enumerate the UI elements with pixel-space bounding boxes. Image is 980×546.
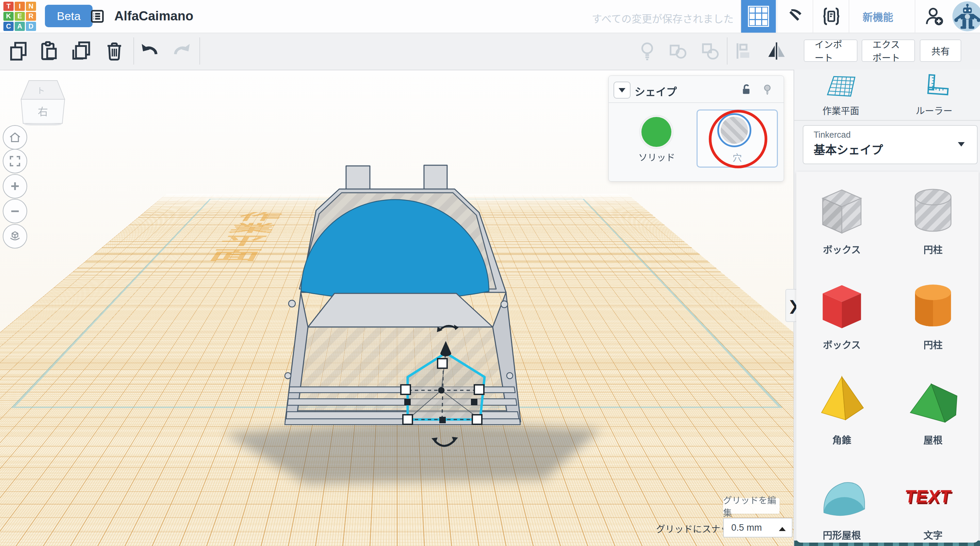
workplane-label: 作業平面 — [822, 104, 859, 117]
library-brand: Tinkercad — [814, 130, 851, 140]
snap-value: 0.5 mm — [731, 522, 762, 533]
hook-right — [501, 301, 508, 308]
car-top-box-right — [424, 165, 447, 192]
save-status: すべての変更が保存されました — [592, 11, 733, 25]
undo-button[interactable] — [139, 40, 161, 62]
mirror-button[interactable] — [765, 40, 788, 62]
shape-item-box-hole[interactable]: ボックス — [796, 172, 888, 267]
scale-handle[interactable] — [474, 385, 484, 394]
scale-handle[interactable] — [401, 385, 410, 394]
shape-library-sidebar: ❯ 作業平面 ルーラー Tinkercad 基本シェイプ — [794, 70, 980, 546]
hook-left-low — [285, 373, 291, 379]
tips-lightbulb-button[interactable] — [636, 40, 658, 62]
codeblocks-button[interactable] — [815, 0, 848, 33]
delete-button[interactable] — [103, 40, 125, 62]
invite-button[interactable] — [917, 0, 951, 33]
share-button[interactable]: 共有 — [920, 40, 961, 62]
caret-up-icon — [779, 527, 786, 531]
unlock-icon[interactable] — [739, 82, 753, 97]
redo-button[interactable] — [171, 40, 192, 62]
car-top-box-left — [346, 166, 370, 192]
sidebar-tools: 作業平面 ルーラー — [794, 70, 980, 121]
align-button[interactable] — [733, 40, 755, 62]
library-name: 基本シェイプ — [814, 141, 883, 157]
shape-panel-header: シェイプ — [609, 76, 784, 103]
solid-swatch[interactable] — [641, 117, 671, 147]
deck-top — [308, 294, 493, 327]
user-avatar[interactable] — [953, 2, 980, 31]
workplane-tool[interactable]: 作業平面 — [794, 70, 888, 120]
dashboard-grid-button[interactable] — [741, 0, 776, 33]
edge-handle[interactable] — [471, 399, 477, 405]
ruler-label: ルーラー — [916, 104, 953, 117]
view-cube-top-label: ト — [37, 86, 45, 95]
hook-right-low — [507, 373, 513, 379]
caret-down-icon — [958, 142, 965, 146]
perspective-toggle-button[interactable] — [3, 224, 27, 249]
edge-handle[interactable] — [404, 399, 411, 405]
top-bar: TIN KER CAD Beta AlfaCaimano すべての変更が保存され… — [0, 0, 980, 33]
design-menu-icon[interactable] — [90, 9, 105, 24]
shape-panel-title: シェイプ — [635, 83, 677, 98]
snap-value-select[interactable]: 0.5 mm — [723, 518, 792, 538]
edit-toolbar: インポート エクスポート 共有 — [0, 33, 980, 70]
whats-new-link[interactable]: 新機能 — [851, 0, 905, 33]
ruler-icon — [916, 73, 952, 101]
edit-grid-button[interactable]: グリッドを編集 — [723, 498, 780, 514]
text-shape-glyph: TEXT — [904, 486, 953, 506]
zoom-out-button[interactable]: − — [3, 199, 27, 223]
caret-down-icon — [619, 88, 625, 92]
document-title[interactable]: AlfaCaimano — [115, 9, 193, 24]
hook-left — [288, 300, 295, 307]
tinkercad-logo[interactable]: TIN KER CAD — [3, 2, 36, 31]
view-cube[interactable]: ト 右 — [20, 79, 66, 125]
visibility-lightbulb-icon[interactable] — [761, 82, 773, 97]
shape-gallery: ボックス 円柱 ボックス 円柱 — [796, 172, 978, 543]
edge-handle[interactable] — [439, 417, 446, 423]
fit-view-button[interactable] — [3, 149, 27, 173]
add-person-icon — [923, 5, 945, 27]
shape-item-cylinder-hole[interactable]: 円柱 — [888, 172, 978, 267]
paste-button[interactable] — [38, 40, 60, 62]
minecraft-export-button[interactable] — [779, 0, 811, 33]
solid-label: ソリッド — [633, 150, 681, 163]
scale-handle[interactable] — [438, 359, 447, 368]
view-cube-front-label: 右 — [38, 106, 48, 117]
shape-item-pyramid-yellow[interactable]: 角錐 — [796, 362, 888, 457]
grid-icon — [748, 6, 769, 27]
shape-item-roundroof-cyan[interactable]: 円形屋根 — [796, 457, 888, 543]
ungroup-button[interactable] — [699, 40, 721, 62]
robot-avatar-icon — [953, 2, 980, 31]
pickaxe-icon — [785, 6, 805, 26]
home-view-button[interactable] — [3, 125, 27, 149]
code-brackets-icon — [821, 6, 842, 27]
duplicate-button[interactable] — [70, 40, 92, 62]
scale-handle[interactable] — [403, 415, 412, 424]
collapse-panel-button[interactable] — [614, 82, 630, 98]
center-handle[interactable] — [438, 387, 445, 394]
import-button[interactable]: インポート — [804, 40, 858, 62]
shape-item-cylinder-orange[interactable]: 円柱 — [888, 267, 978, 362]
ruler-tool[interactable]: ルーラー — [888, 70, 980, 120]
shape-item-box-red[interactable]: ボックス — [796, 267, 888, 362]
workplane-icon — [823, 73, 859, 101]
shape-item-text-red[interactable]: TEXT TEXT 文字 — [888, 457, 978, 543]
copy-button[interactable] — [8, 40, 29, 62]
shape-library-select[interactable]: Tinkercad 基本シェイプ — [803, 125, 978, 164]
group-button[interactable] — [667, 40, 689, 62]
zoom-in-button[interactable]: + — [3, 174, 27, 198]
shape-item-roof-green[interactable]: 屋根 — [888, 362, 978, 457]
beta-badge[interactable]: Beta — [45, 5, 92, 27]
model-shadow — [224, 421, 601, 484]
scale-handle[interactable] — [472, 415, 482, 424]
red-annotation-circle — [709, 110, 767, 168]
export-button[interactable]: エクスポート — [862, 40, 915, 62]
